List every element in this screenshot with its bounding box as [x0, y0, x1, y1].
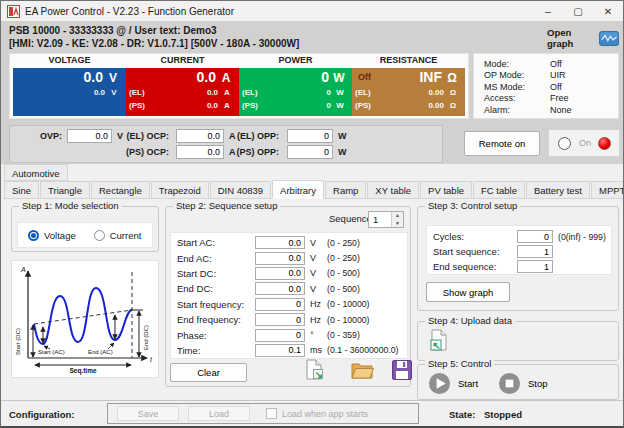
ovp-input[interactable]: [67, 129, 112, 143]
import-file-button[interactable]: ↘: [302, 359, 326, 383]
resistance-el-unit: Ω: [444, 88, 462, 97]
power-ps-unit: W: [331, 101, 349, 110]
el-opp-label: (EL) OPP:: [233, 131, 279, 141]
end-frequency-unit: Hz: [305, 315, 327, 325]
device-title: PSB 10000 - 33333333 @ / User text: Demo…: [9, 25, 217, 36]
el-ocp-input[interactable]: [176, 129, 224, 143]
phase-unit: °: [305, 330, 327, 340]
save-icon: [392, 360, 412, 380]
axis-x-label: t: [150, 356, 153, 363]
resistance-meter: Off INF Ω (EL) 0.00 Ω (PS) 0.00 Ω: [352, 68, 465, 116]
end-frequency-input[interactable]: [255, 313, 305, 326]
load-on-start-checkbox[interactable]: Load when app starts: [266, 408, 368, 419]
start-ac-field-label: Start AC:: [171, 237, 255, 248]
field-row-end-sequence: End sequence:: [427, 259, 611, 274]
access-label: Access:: [484, 93, 550, 104]
sequence-spinner[interactable]: 1 ▲ ▼: [368, 211, 404, 228]
minimize-button[interactable]: –: [533, 1, 563, 21]
open-graph-label: Open graph: [547, 27, 594, 49]
current-radio-icon: [94, 230, 105, 241]
tab-xy-table[interactable]: XY table: [367, 181, 419, 199]
time-input[interactable]: [255, 344, 305, 357]
open-graph-button[interactable]: Open graph: [547, 28, 619, 48]
phase-input[interactable]: [255, 329, 305, 342]
start-dc-input[interactable]: [255, 267, 305, 280]
field-row-end-frequency: End frequency: Hz (0 - 10000): [171, 312, 407, 327]
resistance-unit: Ω: [442, 71, 462, 85]
current-ps-unit: A: [218, 101, 236, 110]
start-button[interactable]: Start: [428, 371, 508, 395]
arbitrary-tab-content: Step 1: Mode selection Voltage Current: [3, 198, 623, 401]
start-sequence-input[interactable]: [517, 245, 553, 258]
end-ac-input[interactable]: [255, 252, 305, 265]
tab-rectangle[interactable]: Rectangle: [91, 181, 150, 199]
tab-automotive[interactable]: Automotive: [4, 164, 68, 181]
tab-triangle[interactable]: Triangle: [40, 181, 90, 199]
tab-fc-table[interactable]: FC table: [473, 181, 525, 199]
device-header-band: PSB 10000 - 33333333 @ / User text: Demo…: [1, 21, 623, 164]
spinner-up-icon[interactable]: ▲: [392, 212, 403, 220]
save-button[interactable]: Save: [117, 406, 179, 421]
stop-button[interactable]: Stop: [498, 371, 578, 395]
start-frequency-range: (0 - 10000): [327, 299, 370, 309]
voltage-unit: V: [103, 71, 123, 85]
field-row-start-ac: Start AC: V (0 - 250): [171, 235, 407, 250]
phase-field-label: Phase:: [171, 330, 255, 341]
tab-pv-table[interactable]: PV table: [420, 181, 472, 199]
power-ps-tag: (PS): [242, 101, 264, 110]
output-off-circle-icon[interactable]: [558, 137, 571, 150]
end-dc-label: End (DC): [143, 325, 149, 350]
svg-text:↘: ↘: [314, 369, 322, 380]
state-label: State:: [449, 409, 475, 420]
end-ac-label: End (AC): [88, 349, 113, 355]
start-dc-label: Start (DC): [15, 328, 21, 355]
folder-icon: [351, 360, 374, 379]
maximize-button[interactable]: ▢: [563, 1, 593, 21]
tab-sine[interactable]: Sine: [4, 181, 39, 199]
tab-din-40839[interactable]: DIN 40839: [210, 181, 271, 199]
tab-ramp[interactable]: Ramp: [325, 181, 366, 199]
upload-icon: ↖: [428, 329, 449, 352]
clear-button[interactable]: Clear: [170, 363, 247, 382]
field-row-end-ac: End AC: V (0 - 250): [171, 250, 407, 265]
close-button[interactable]: ✕: [593, 1, 623, 21]
start-ac-input[interactable]: [255, 236, 305, 249]
voltage-sub-unit: V: [105, 88, 123, 97]
show-graph-button[interactable]: Show graph: [426, 282, 510, 302]
cycles-input[interactable]: [517, 230, 553, 243]
remote-on-button[interactable]: Remote on: [464, 131, 540, 156]
seq-time-label: Seq.time: [69, 367, 96, 375]
start-frequency-input[interactable]: [255, 298, 305, 311]
current-radio[interactable]: Current: [94, 230, 142, 241]
ps-ocp-label: (PS) OCP:: [123, 147, 169, 157]
meters-panel: VOLTAGE CURRENT POWER RESISTANCE 0.0 V 0…: [9, 53, 469, 119]
output-led-icon: [598, 137, 611, 150]
open-file-button[interactable]: [350, 359, 374, 383]
voltage-radio[interactable]: Voltage: [28, 230, 76, 241]
spinner-down-icon[interactable]: ▼: [392, 220, 403, 228]
tab-arbitrary[interactable]: Arbitrary: [272, 180, 324, 199]
current-ps-tag: (PS): [129, 101, 151, 110]
upload-data-button[interactable]: ↖: [426, 329, 450, 355]
control-fields-box: Cycles: (0(inf) - 999) Start sequence: E…: [426, 225, 612, 275]
field-row-phase: Phase: ° (0 - 359): [171, 327, 407, 342]
resistance-value: INF: [419, 69, 442, 85]
tab-battery-test[interactable]: Battery test: [526, 181, 590, 199]
step1-title: Step 1: Mode selection: [19, 200, 122, 211]
ps-ocp-input[interactable]: [176, 145, 224, 159]
ps-opp-input[interactable]: [287, 145, 333, 159]
step2-title: Step 2: Sequence setup: [173, 200, 280, 211]
stop-button-label: Stop: [528, 378, 548, 389]
load-button[interactable]: Load: [188, 406, 250, 421]
save-file-button[interactable]: [390, 359, 414, 383]
tab-mppt[interactable]: MPPT: [591, 181, 624, 199]
op-mode-value: UIR: [550, 70, 566, 81]
tab-trapezoid[interactable]: Trapezoid: [151, 181, 209, 199]
mode-value: Off: [550, 59, 562, 70]
play-icon: [428, 372, 451, 395]
configuration-group: Save Load Load when app starts: [107, 403, 419, 424]
time-field-label: Time:: [171, 345, 255, 356]
end-dc-input[interactable]: [255, 282, 305, 295]
end-sequence-input[interactable]: [517, 260, 553, 273]
el-opp-input[interactable]: [287, 129, 333, 143]
